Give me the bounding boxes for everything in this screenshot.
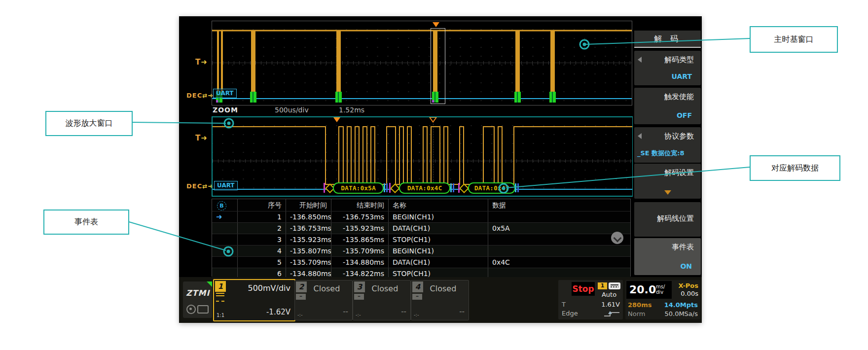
scroll-down-button[interactable]	[611, 232, 623, 244]
channel-3-box[interactable]: 3 – Closed -- -:-	[353, 280, 411, 320]
menu-decode-type-button[interactable]: 解码类型 UART	[634, 51, 701, 85]
menu-label: 解码线位置	[657, 214, 694, 223]
timebase-panel[interactable]: 20.0 ms/ div X-Pos 0.00s 280ms 14.0Mpts …	[625, 280, 700, 319]
cell-data	[488, 234, 630, 245]
bus-edit-icon[interactable]: B	[217, 201, 226, 210]
table-row[interactable]: 5 -135.709ms -134.880ms DATA(CH1) 0x4C	[212, 256, 630, 268]
coupling-icon	[216, 293, 224, 294]
cell-start: -135.807ms	[286, 245, 331, 256]
cell-start: -135.923ms	[286, 234, 331, 245]
menu-label: 事件表	[672, 243, 694, 252]
dc-coupling-icon	[216, 295, 224, 302]
cell-end: -135.923ms	[331, 223, 388, 234]
table-row[interactable]: ➜ 1 -136.850ms -136.753ms BEGIN(CH1)	[212, 211, 630, 222]
uart-bus-tag-main[interactable]: UART	[213, 89, 237, 98]
channel-4-probe: -:-	[414, 312, 419, 317]
oscilloscope-screen: T➜ DEC⇄➜	[179, 16, 702, 323]
channel-3-probe: -:-	[356, 312, 361, 317]
table-row[interactable]: 2 -136.753ms -135.923ms DATA(CH1) 0x5A	[212, 222, 630, 234]
channel-2-offset: --	[343, 307, 348, 316]
t-arrow-icon: ➜	[201, 134, 208, 142]
table-row[interactable]: 4 -135.807ms -135.709ms BEGIN(CH1)	[212, 245, 630, 256]
zoom-label: ZOOM	[213, 106, 238, 114]
channel-4-box[interactable]: 4 – Closed -- -:-	[411, 280, 469, 320]
cell-start: -136.850ms	[286, 211, 331, 222]
cell-data	[488, 211, 630, 222]
channel-4-badge: 4	[412, 281, 423, 292]
trigger-position-icon[interactable]	[433, 22, 439, 27]
decode-burst-block	[549, 92, 556, 103]
channel-3-status: Closed	[372, 284, 398, 293]
zoom-scale: 500us/div	[275, 106, 309, 114]
touch-circle-icon[interactable]	[186, 305, 196, 314]
table-row[interactable]: 3 -135.923ms -135.865ms STOP(CH1)	[212, 234, 630, 245]
trigger-status-panel[interactable]: Stop 1 Auto T 1.61V Edge	[558, 280, 623, 319]
brand-text: ZTMI	[186, 288, 210, 298]
channel-1-offset: -1.62V	[266, 308, 290, 316]
trigger-level-marker-main[interactable]: T➜	[195, 58, 208, 67]
menu-value: OFF	[677, 111, 692, 119]
chevron-left-icon	[638, 57, 642, 63]
rising-edge-icon	[603, 311, 621, 317]
brand-logo: ZTMI	[183, 281, 212, 318]
menu-decode-line-pos-button[interactable]: 解码线位置	[634, 202, 701, 237]
coupling-none-icon: –	[354, 294, 364, 300]
channel-3-badge: 3	[354, 281, 365, 292]
cell-end: -135.865ms	[331, 234, 388, 245]
decode-mark	[216, 100, 218, 103]
trigger-level-marker-zoom[interactable]: T➜	[195, 134, 208, 142]
channel-1-box[interactable]: 1 500mV/div -1.62V 1:1	[213, 279, 295, 321]
cell-name: DATA(CH1)	[388, 223, 488, 234]
cell-name: BEGIN(CH1)	[388, 245, 488, 256]
cell-seq: 3	[237, 234, 286, 245]
uart-bus-tag-zoom[interactable]: UART	[214, 181, 238, 190]
menu-trigger-enable-button[interactable]: 触发使能 OFF	[634, 88, 701, 124]
zoom-region-bracket[interactable]	[431, 28, 445, 104]
dec-swap-icon: ⇄	[202, 92, 208, 99]
menu-label: 协议参数	[664, 132, 694, 141]
touch-pad-icon[interactable]	[197, 305, 209, 314]
trigger-level: 1.61V	[601, 301, 620, 308]
trigger-position-hollow-icon[interactable]	[429, 117, 437, 123]
callout-zoom-window: 波形放大窗口	[45, 111, 133, 136]
channel-4-offset: --	[459, 307, 465, 316]
zoom-delay: 1.52ms	[339, 106, 364, 114]
menu-label: 触发使能	[664, 92, 694, 102]
cell-seq: 2	[237, 223, 286, 234]
coupling-none-icon: –	[412, 294, 422, 300]
decode-bubble: DATA:0x5A	[333, 182, 384, 194]
callout-text: 对应解码数据	[771, 163, 819, 174]
menu-event-table-button[interactable]: 事件表 ON	[634, 238, 701, 275]
t-label: T	[195, 134, 201, 142]
acquisition-mode: Norm	[628, 310, 645, 317]
delay-marker-icon[interactable]	[333, 117, 340, 122]
menu-value: ON	[680, 262, 692, 270]
callout-text: 主时基窗口	[774, 35, 814, 45]
timebase-box: 20.0 ms/ div	[626, 281, 672, 299]
menu-decode-settings-button[interactable]: 解码设置	[634, 164, 701, 199]
memory-depth: 14.0Mpts	[664, 301, 698, 309]
stop-bit-mark	[515, 183, 516, 192]
zoom-scale-row: ZOOM 500us/div 1.52ms	[212, 106, 631, 116]
channel-1-badge: 1	[215, 281, 226, 292]
decode-marker-main[interactable]: DEC⇄➜	[186, 92, 214, 99]
event-table-header: B 序号 开始时间 结束时间 名称 数据	[212, 199, 630, 211]
cell-name: DATA(CH1)	[388, 257, 488, 268]
bottom-status-bar: ZTMI 1 500mV/div -1.62V 1:1 2 – Closed -…	[179, 277, 702, 323]
cell-start: -136.753ms	[286, 223, 331, 234]
menu-protocol-params-button[interactable]: 协议参数 _SE 数据位宽:8	[634, 127, 701, 163]
dec-swap-icon: ⇄	[202, 183, 208, 190]
callout-decode-data: 对应解码数据	[750, 155, 840, 181]
sample-rate: 50.0MSa/s	[664, 310, 698, 317]
stop-bit-mark	[384, 183, 385, 192]
cell-name: BEGIN(CH1)	[388, 211, 488, 222]
menu-label: 解码设置	[664, 168, 694, 177]
col-start: 开始时间	[286, 199, 331, 211]
channel-1-scale: 500mV/div	[248, 283, 290, 293]
cell-name: STOP(CH1)	[388, 234, 488, 245]
trigger-coupling-icon	[609, 282, 620, 289]
trigger-t-label: T	[562, 301, 566, 308]
decode-marker-zoom[interactable]: DEC⇄➜	[186, 182, 214, 190]
channel-2-box[interactable]: 2 – Closed -- -:-	[294, 280, 353, 320]
channel-2-status: Closed	[314, 284, 340, 293]
